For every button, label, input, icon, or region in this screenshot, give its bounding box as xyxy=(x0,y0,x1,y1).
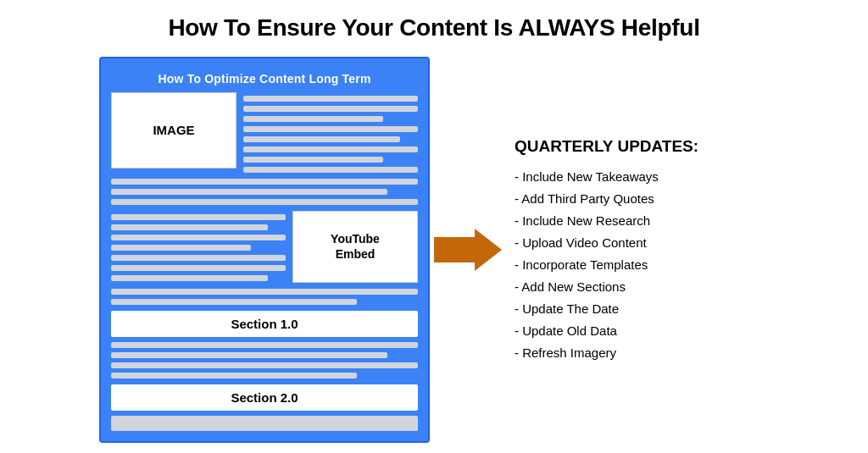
blog-mockup: How To Optimize Content Long Term IMAGE xyxy=(99,57,430,443)
quarterly-list-item: - Update Old Data xyxy=(515,322,659,340)
text-line xyxy=(111,275,268,281)
blog-top-row: IMAGE xyxy=(111,92,418,173)
blog-text-lines-mid-left xyxy=(111,211,286,281)
text-line xyxy=(111,224,268,230)
text-line xyxy=(243,136,400,142)
quarterly-title: QUARTERLY UPDATES: xyxy=(515,137,698,156)
section-2-bar: Section 2.0 xyxy=(111,384,418,411)
text-line xyxy=(111,214,286,220)
text-line xyxy=(243,167,418,173)
arrow-container xyxy=(430,224,506,275)
quarterly-list-item: - Refresh Imagery xyxy=(515,344,659,362)
text-line xyxy=(111,289,418,295)
quarterly-list-item: - Include New Takeaways xyxy=(515,168,659,185)
text-line xyxy=(111,373,357,378)
text-line xyxy=(243,146,418,152)
blog-text-lines-top-right xyxy=(243,92,418,173)
text-line xyxy=(243,157,383,163)
text-line xyxy=(243,116,383,122)
text-line xyxy=(243,126,418,132)
quarterly-list-item: - Include New Research xyxy=(515,212,659,229)
blog-image-placeholder: IMAGE xyxy=(111,92,236,168)
quarterly-list-item: - Add New Sections xyxy=(515,278,659,296)
youtube-embed-placeholder: YouTubeEmbed xyxy=(292,211,418,283)
text-line xyxy=(111,189,387,195)
quarterly-section: QUARTERLY UPDATES: - Include New Takeawa… xyxy=(506,137,769,362)
text-line xyxy=(111,245,251,251)
text-line xyxy=(111,179,418,185)
blog-mid-row: YouTubeEmbed xyxy=(111,211,418,283)
text-line xyxy=(111,352,387,358)
text-line xyxy=(111,299,357,305)
text-line xyxy=(111,265,286,271)
section-1-bar: Section 1.0 xyxy=(111,311,418,337)
svg-marker-0 xyxy=(434,229,502,271)
text-line xyxy=(111,342,418,348)
blog-text-lines-full-2 xyxy=(111,289,418,305)
text-line xyxy=(243,106,418,112)
text-line xyxy=(243,96,418,102)
page-title: How To Ensure Your Content Is ALWAYS Hel… xyxy=(168,15,699,41)
right-arrow-icon xyxy=(434,224,502,275)
text-line xyxy=(111,255,286,261)
content-row: How To Optimize Content Long Term IMAGE xyxy=(25,57,843,443)
text-line xyxy=(111,362,418,368)
blog-text-lines-full-1 xyxy=(111,179,418,205)
text-line xyxy=(111,235,286,240)
quarterly-list-item: - Add Third Party Quotes xyxy=(515,190,659,207)
blog-header: How To Optimize Content Long Term xyxy=(111,67,418,92)
quarterly-list-item: - Update The Date xyxy=(515,300,659,318)
blog-text-lines-full-3 xyxy=(111,342,418,378)
blog-footer xyxy=(111,416,418,431)
quarterly-list-item: - Upload Video Content xyxy=(515,234,659,251)
text-line xyxy=(111,199,418,205)
quarterly-list-item: - Incorporate Templates xyxy=(515,256,659,273)
quarterly-list: - Include New Takeaways- Add Third Party… xyxy=(515,168,659,362)
